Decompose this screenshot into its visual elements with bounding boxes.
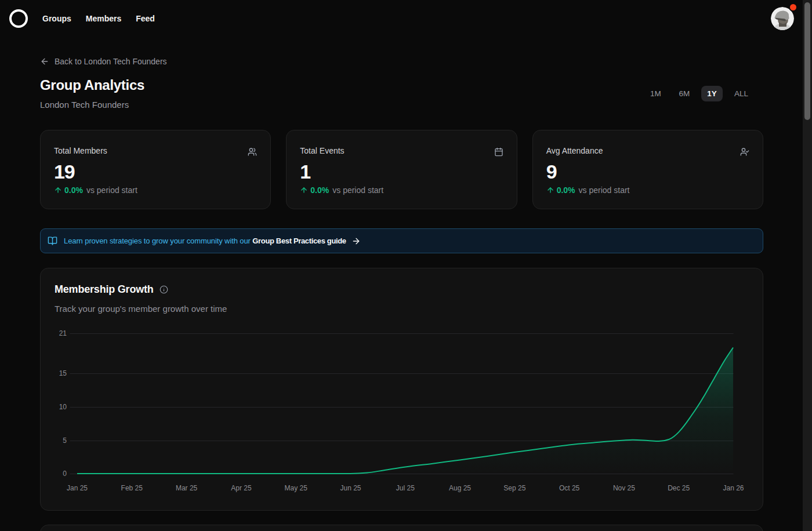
svg-text:5: 5 xyxy=(63,437,67,445)
svg-text:Feb 25: Feb 25 xyxy=(121,484,143,492)
svg-text:Dec 25: Dec 25 xyxy=(668,484,690,492)
svg-text:Aug 25: Aug 25 xyxy=(449,484,471,492)
svg-text:10: 10 xyxy=(59,403,67,411)
svg-text:15: 15 xyxy=(59,369,67,377)
svg-text:Nov 25: Nov 25 xyxy=(613,484,635,492)
svg-text:May 25: May 25 xyxy=(285,484,308,492)
svg-text:Jan 26: Jan 26 xyxy=(723,484,744,492)
svg-text:Jun 25: Jun 25 xyxy=(340,484,361,492)
svg-text:Oct 25: Oct 25 xyxy=(559,484,580,492)
svg-text:Jan 25: Jan 25 xyxy=(67,484,88,492)
svg-text:0: 0 xyxy=(63,470,67,478)
svg-text:21: 21 xyxy=(59,329,67,337)
svg-text:Apr 25: Apr 25 xyxy=(231,484,252,492)
svg-text:Jul 25: Jul 25 xyxy=(396,484,415,492)
svg-text:Sep 25: Sep 25 xyxy=(503,484,525,492)
svg-text:Mar 25: Mar 25 xyxy=(176,484,198,492)
